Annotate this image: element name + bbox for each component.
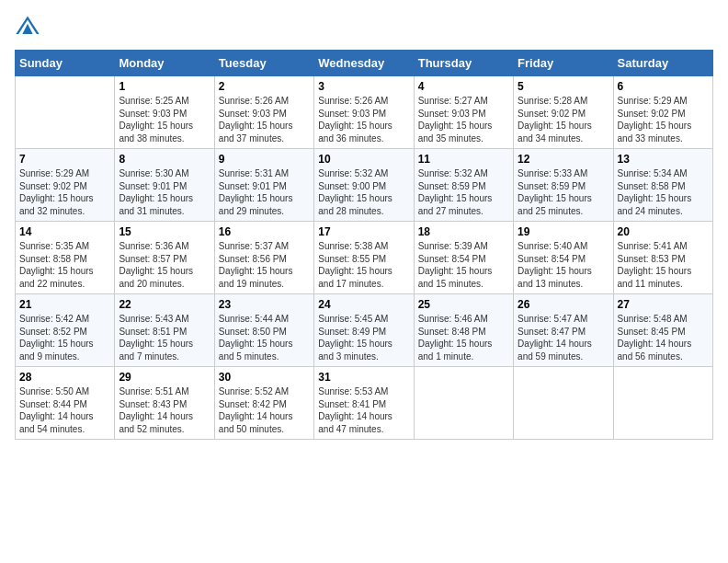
day-info: Sunrise: 5:43 AM Sunset: 8:51 PM Dayligh…	[119, 313, 210, 362]
weekday-header-tuesday: Tuesday	[214, 51, 313, 76]
day-number: 11	[418, 153, 509, 166]
calendar-cell: 28Sunrise: 5:50 AM Sunset: 8:44 PM Dayli…	[16, 367, 115, 440]
day-info: Sunrise: 5:25 AM Sunset: 9:03 PM Dayligh…	[119, 95, 210, 144]
calendar-cell: 21Sunrise: 5:42 AM Sunset: 8:52 PM Dayli…	[16, 294, 115, 367]
day-number: 3	[318, 80, 409, 93]
day-number: 24	[318, 298, 409, 311]
day-info: Sunrise: 5:26 AM Sunset: 9:03 PM Dayligh…	[318, 95, 409, 144]
weekday-header-sunday: Sunday	[16, 51, 115, 76]
calendar-week-3: 14Sunrise: 5:35 AM Sunset: 8:58 PM Dayli…	[16, 222, 713, 294]
day-info: Sunrise: 5:32 AM Sunset: 8:59 PM Dayligh…	[418, 167, 509, 217]
day-number: 31	[318, 371, 409, 384]
day-info: Sunrise: 5:37 AM Sunset: 8:56 PM Dayligh…	[219, 240, 310, 290]
day-number: 7	[19, 153, 110, 166]
day-number: 27	[618, 298, 709, 311]
day-number: 30	[219, 371, 310, 384]
day-info: Sunrise: 5:50 AM Sunset: 8:44 PM Dayligh…	[19, 385, 110, 435]
day-info: Sunrise: 5:34 AM Sunset: 8:58 PM Dayligh…	[618, 167, 709, 217]
day-info: Sunrise: 5:48 AM Sunset: 8:45 PM Dayligh…	[618, 313, 709, 362]
calendar-cell: 15Sunrise: 5:36 AM Sunset: 8:57 PM Dayli…	[115, 222, 214, 294]
day-number: 18	[418, 225, 509, 238]
calendar-cell: 31Sunrise: 5:53 AM Sunset: 8:41 PM Dayli…	[314, 367, 414, 440]
day-info: Sunrise: 5:29 AM Sunset: 9:02 PM Dayligh…	[19, 167, 110, 217]
day-number: 5	[518, 80, 609, 93]
calendar-cell: 14Sunrise: 5:35 AM Sunset: 8:58 PM Dayli…	[16, 222, 115, 294]
day-number: 28	[19, 371, 110, 384]
day-info: Sunrise: 5:30 AM Sunset: 9:01 PM Dayligh…	[119, 167, 210, 217]
day-info: Sunrise: 5:44 AM Sunset: 8:50 PM Dayligh…	[219, 313, 310, 362]
day-number: 25	[418, 298, 509, 311]
calendar-cell: 2Sunrise: 5:26 AM Sunset: 9:03 PM Daylig…	[214, 76, 313, 149]
day-info: Sunrise: 5:53 AM Sunset: 8:41 PM Dayligh…	[318, 385, 409, 435]
weekday-header-friday: Friday	[514, 51, 613, 76]
calendar-cell: 30Sunrise: 5:52 AM Sunset: 8:42 PM Dayli…	[214, 367, 313, 440]
day-info: Sunrise: 5:47 AM Sunset: 8:47 PM Dayligh…	[518, 313, 609, 362]
calendar-cell: 3Sunrise: 5:26 AM Sunset: 9:03 PM Daylig…	[314, 76, 414, 149]
day-info: Sunrise: 5:26 AM Sunset: 9:03 PM Dayligh…	[219, 95, 310, 144]
day-info: Sunrise: 5:38 AM Sunset: 8:55 PM Dayligh…	[318, 240, 409, 290]
calendar-cell	[414, 367, 513, 440]
weekday-header-thursday: Thursday	[414, 51, 513, 76]
day-info: Sunrise: 5:32 AM Sunset: 9:00 PM Dayligh…	[318, 167, 409, 217]
calendar-cell: 23Sunrise: 5:44 AM Sunset: 8:50 PM Dayli…	[214, 294, 313, 367]
calendar-cell: 11Sunrise: 5:32 AM Sunset: 8:59 PM Dayli…	[414, 149, 513, 222]
calendar-cell: 10Sunrise: 5:32 AM Sunset: 9:00 PM Dayli…	[314, 149, 414, 222]
weekday-header-saturday: Saturday	[613, 51, 712, 76]
calendar-cell	[514, 367, 613, 440]
day-number: 22	[119, 298, 210, 311]
day-number: 10	[318, 153, 409, 166]
calendar-cell: 13Sunrise: 5:34 AM Sunset: 8:58 PM Dayli…	[613, 149, 712, 222]
calendar-week-5: 28Sunrise: 5:50 AM Sunset: 8:44 PM Dayli…	[16, 367, 713, 440]
day-info: Sunrise: 5:28 AM Sunset: 9:02 PM Dayligh…	[518, 95, 609, 144]
day-info: Sunrise: 5:51 AM Sunset: 8:43 PM Dayligh…	[119, 385, 210, 435]
day-number: 16	[219, 225, 310, 238]
calendar-week-4: 21Sunrise: 5:42 AM Sunset: 8:52 PM Dayli…	[16, 294, 713, 367]
calendar-cell: 6Sunrise: 5:29 AM Sunset: 9:02 PM Daylig…	[613, 76, 712, 149]
day-info: Sunrise: 5:45 AM Sunset: 8:49 PM Dayligh…	[318, 313, 409, 362]
calendar-cell	[16, 76, 115, 149]
day-info: Sunrise: 5:27 AM Sunset: 9:03 PM Dayligh…	[418, 95, 509, 144]
calendar-cell: 5Sunrise: 5:28 AM Sunset: 9:02 PM Daylig…	[514, 76, 613, 149]
day-number: 15	[119, 225, 210, 238]
day-info: Sunrise: 5:35 AM Sunset: 8:58 PM Dayligh…	[19, 240, 110, 290]
day-number: 2	[219, 80, 310, 93]
calendar-cell: 17Sunrise: 5:38 AM Sunset: 8:55 PM Dayli…	[314, 222, 414, 294]
calendar-cell: 8Sunrise: 5:30 AM Sunset: 9:01 PM Daylig…	[115, 149, 214, 222]
day-number: 8	[119, 153, 210, 166]
calendar-cell: 9Sunrise: 5:31 AM Sunset: 9:01 PM Daylig…	[214, 149, 313, 222]
calendar-cell	[613, 367, 712, 440]
day-info: Sunrise: 5:52 AM Sunset: 8:42 PM Dayligh…	[219, 385, 310, 435]
day-number: 1	[119, 80, 210, 93]
weekday-header-wednesday: Wednesday	[314, 51, 414, 76]
day-number: 20	[618, 225, 709, 238]
day-info: Sunrise: 5:41 AM Sunset: 8:53 PM Dayligh…	[618, 240, 709, 290]
calendar-cell: 27Sunrise: 5:48 AM Sunset: 8:45 PM Dayli…	[613, 294, 712, 367]
weekday-header-monday: Monday	[115, 51, 214, 76]
logo-icon	[15, 15, 40, 40]
day-number: 26	[518, 298, 609, 311]
calendar-cell: 29Sunrise: 5:51 AM Sunset: 8:43 PM Dayli…	[115, 367, 214, 440]
calendar-week-2: 7Sunrise: 5:29 AM Sunset: 9:02 PM Daylig…	[16, 149, 713, 222]
calendar-week-1: 1Sunrise: 5:25 AM Sunset: 9:03 PM Daylig…	[16, 76, 713, 149]
day-info: Sunrise: 5:46 AM Sunset: 8:48 PM Dayligh…	[418, 313, 509, 362]
day-number: 6	[618, 80, 709, 93]
weekday-header-row: SundayMondayTuesdayWednesdayThursdayFrid…	[16, 51, 713, 76]
day-number: 29	[119, 371, 210, 384]
calendar-cell: 22Sunrise: 5:43 AM Sunset: 8:51 PM Dayli…	[115, 294, 214, 367]
calendar-body: 1Sunrise: 5:25 AM Sunset: 9:03 PM Daylig…	[16, 76, 713, 440]
calendar-cell: 7Sunrise: 5:29 AM Sunset: 9:02 PM Daylig…	[16, 149, 115, 222]
calendar-cell: 4Sunrise: 5:27 AM Sunset: 9:03 PM Daylig…	[414, 76, 513, 149]
day-number: 23	[219, 298, 310, 311]
day-number: 21	[19, 298, 110, 311]
day-info: Sunrise: 5:42 AM Sunset: 8:52 PM Dayligh…	[19, 313, 110, 362]
logo	[15, 15, 44, 40]
day-number: 9	[219, 153, 310, 166]
calendar-cell: 25Sunrise: 5:46 AM Sunset: 8:48 PM Dayli…	[414, 294, 513, 367]
calendar-cell: 16Sunrise: 5:37 AM Sunset: 8:56 PM Dayli…	[214, 222, 313, 294]
day-info: Sunrise: 5:33 AM Sunset: 8:59 PM Dayligh…	[518, 167, 609, 217]
calendar-cell: 24Sunrise: 5:45 AM Sunset: 8:49 PM Dayli…	[314, 294, 414, 367]
day-info: Sunrise: 5:31 AM Sunset: 9:01 PM Dayligh…	[219, 167, 310, 217]
day-number: 4	[418, 80, 509, 93]
page-header	[15, 15, 713, 40]
calendar-cell: 18Sunrise: 5:39 AM Sunset: 8:54 PM Dayli…	[414, 222, 513, 294]
